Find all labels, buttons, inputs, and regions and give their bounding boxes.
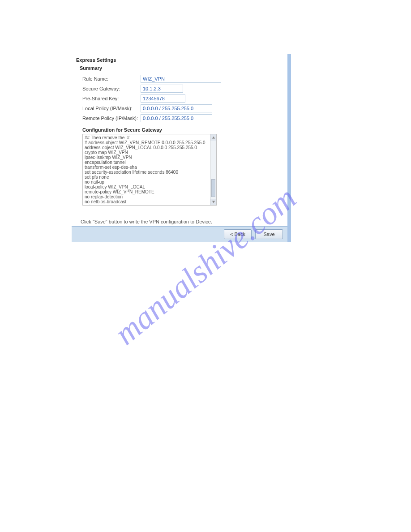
label-secure-gateway: Secure Gateway: bbox=[82, 86, 141, 91]
page-rule-bottom bbox=[36, 504, 375, 504]
row-rule-name: Rule Name: bbox=[82, 74, 283, 83]
input-secure-gateway[interactable] bbox=[141, 85, 183, 93]
input-rule-name[interactable] bbox=[141, 75, 221, 83]
input-preshared-key[interactable] bbox=[141, 94, 185, 103]
row-secure-gateway: Secure Gateway: bbox=[82, 84, 283, 93]
label-preshared-key: Pre-Shared Key: bbox=[82, 96, 141, 101]
input-local-policy[interactable] bbox=[141, 104, 212, 112]
vpn-wizard-dialog: Express Settings Summary Rule Name: Secu… bbox=[72, 54, 291, 242]
scroll-up-arrow-icon[interactable] bbox=[210, 134, 216, 141]
scroll-thumb[interactable] bbox=[211, 179, 215, 197]
row-preshared-key: Pre-Shared Key: bbox=[82, 94, 283, 103]
label-rule-name: Rule Name: bbox=[82, 76, 141, 82]
input-remote-policy[interactable] bbox=[141, 114, 212, 122]
scroll-down-arrow-icon[interactable] bbox=[210, 199, 216, 205]
config-textarea-container: ## Then remove the # # address-object WI… bbox=[82, 134, 217, 206]
config-title: Configuration for Secure Gateway bbox=[82, 127, 283, 133]
dialog-footer: < Back Save bbox=[72, 226, 287, 242]
section-title: Express Settings bbox=[76, 57, 283, 63]
config-textarea[interactable]: ## Then remove the # # address-object WI… bbox=[83, 134, 210, 205]
label-remote-policy: Remote Policy (IP/Mask): bbox=[82, 116, 141, 121]
page-rule-top bbox=[36, 28, 375, 28]
back-button[interactable]: < Back bbox=[224, 229, 252, 239]
scrollbar[interactable] bbox=[210, 134, 216, 205]
hint-text: Click "Save" button to write the VPN con… bbox=[76, 219, 283, 224]
summary-title: Summary bbox=[80, 65, 283, 71]
save-button[interactable]: Save bbox=[255, 229, 283, 239]
dialog-body: Express Settings Summary Rule Name: Secu… bbox=[72, 54, 287, 226]
label-local-policy: Local Policy (IP/Mask): bbox=[82, 106, 141, 111]
row-local-policy: Local Policy (IP/Mask): bbox=[82, 104, 283, 113]
row-remote-policy: Remote Policy (IP/Mask): bbox=[82, 114, 283, 123]
